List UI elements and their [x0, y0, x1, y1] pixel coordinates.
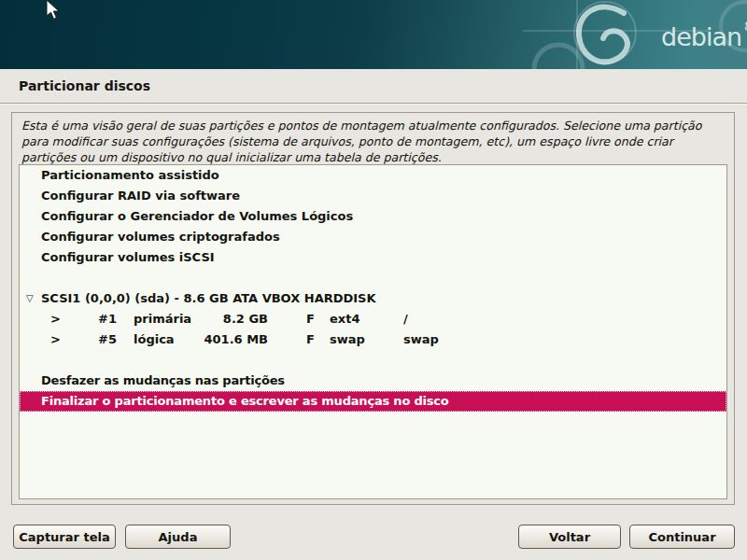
list-item-configure-raid[interactable]: Configurar RAID via software: [20, 186, 726, 206]
partition-size: 8.2 GB: [186, 309, 268, 329]
continue-button[interactable]: Continuar: [629, 525, 735, 549]
disk-label: SCSI1 (0,0,0) (sda) - 8.6 GB ATA VBOX HA…: [41, 291, 376, 305]
partition-type: primária: [134, 309, 191, 329]
partition-number: #1: [98, 309, 117, 329]
partition-size: 401.6 MB: [186, 329, 268, 350]
step-description: Esta é uma visão geral de suas partições…: [21, 118, 720, 165]
partition-fs: ext4: [330, 309, 359, 329]
mouse-cursor-icon: [46, 0, 61, 21]
screenshot-button[interactable]: Capturar tela: [13, 525, 116, 549]
list-item-partition-5[interactable]: > #5 lógica 401.6 MB F swap swap: [20, 329, 726, 350]
partition-mountpoint: /: [403, 309, 408, 329]
partition-fs: swap: [330, 329, 365, 350]
partition-marker-icon: >: [50, 329, 61, 350]
help-button[interactable]: Ajuda: [125, 525, 231, 549]
page-title: Particionar discos: [19, 78, 150, 93]
partition-type: lógica: [134, 329, 175, 350]
partition-number: #5: [98, 329, 117, 350]
installer-window: debian8 Particionar discos Esta é uma vi…: [0, 0, 747, 560]
partition-flag: F: [306, 309, 315, 329]
list-spacer: [20, 350, 726, 371]
list-item-configure-crypto[interactable]: Configurar volumes criptografados: [20, 227, 726, 247]
partition-mountpoint: swap: [403, 329, 439, 350]
partition-marker-icon: >: [50, 309, 61, 329]
content-frame: Esta é uma visão geral de suas partições…: [11, 112, 735, 505]
debian-logotype: debian8: [661, 22, 747, 51]
header-banner: debian8: [0, 0, 747, 69]
list-item-configure-lvm[interactable]: Configurar o Gerenciador de Volumes Lógi…: [20, 206, 726, 227]
list-item-configure-iscsi[interactable]: Configurar volumes iSCSI: [20, 247, 726, 268]
list-item-undo-changes[interactable]: Desfazer as mudanças nas partições: [20, 371, 726, 391]
partition-flag: F: [306, 329, 315, 350]
list-spacer: [20, 268, 726, 288]
list-item-finish-partitioning[interactable]: Finalizar o particionamento e escrever a…: [20, 391, 726, 412]
partition-list: Particionamento assistido Configurar RAI…: [19, 164, 727, 499]
expander-down-icon[interactable]: ▽: [26, 288, 34, 309]
title-divider: [0, 103, 747, 105]
list-item-partition-1[interactable]: > #1 primária 8.2 GB F ext4 /: [20, 309, 726, 329]
list-item-disk-sda[interactable]: ▽ SCSI1 (0,0,0) (sda) - 8.6 GB ATA VBOX …: [20, 288, 726, 309]
list-item-guided-partitioning[interactable]: Particionamento assistido: [20, 165, 726, 186]
back-button[interactable]: Voltar: [518, 525, 621, 549]
